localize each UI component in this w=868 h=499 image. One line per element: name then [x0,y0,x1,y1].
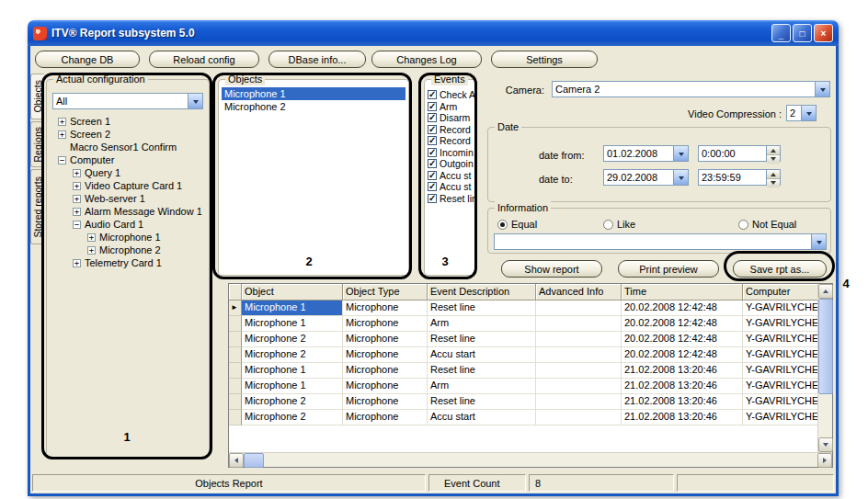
information-value-select[interactable] [494,233,827,250]
cell-event-description[interactable]: Reset line [428,332,536,347]
tree-expander-icon[interactable]: + [73,182,81,190]
tree-expander-icon[interactable]: + [73,208,81,216]
print-preview-button[interactable]: Print preview [618,260,719,278]
change-db-button[interactable]: Change DB [35,51,140,68]
checkbox-icon[interactable] [428,90,437,99]
column-header-advanced-info[interactable]: Advanced Info [536,284,622,301]
checkbox-icon[interactable] [428,182,437,191]
checkbox-icon[interactable] [428,159,437,168]
cell-object-type[interactable]: Microphone [343,347,428,363]
tree-item[interactable]: + Web-server 1 [54,192,203,205]
cell-computer[interactable]: Y-GAVRILYCHEV [743,301,818,316]
cell-computer[interactable]: Y-GAVRILYCHEV [743,394,818,410]
cell-event-description[interactable]: Reset line [428,301,536,316]
cell-event-description[interactable]: Arm [428,379,536,394]
cell-object[interactable]: Microphone 2 [242,332,343,347]
dropdown-icon[interactable] [673,146,688,161]
tree-expander-icon[interactable]: + [58,130,66,139]
cell-event-description[interactable]: Reset line [428,394,536,410]
cell-object-type[interactable]: Microphone [343,316,428,332]
cell-event-description[interactable]: Reset line [428,363,536,379]
cell-advanced-info[interactable] [536,410,622,425]
tree-item[interactable]: + Microphone 1 [54,231,203,244]
cell-time[interactable]: 20.02.2008 12:42:48 [622,332,743,347]
tree-item[interactable]: Macro Sensor1 Confirm [54,141,203,153]
match-option-equal[interactable]: Equal [497,219,537,230]
time-from-spinner[interactable]: 0:00:00 [698,145,781,162]
cell-object[interactable]: Microphone 1 [242,363,343,379]
tree-item[interactable]: + Screen 2 [54,128,203,141]
object-list-item[interactable]: Microphone 1 [222,87,405,100]
cell-time[interactable]: 21.02.2008 13:20:46 [622,379,743,394]
tree-item[interactable]: + Alarm Message Window 1 [54,205,203,218]
tree-expander-icon[interactable]: + [73,169,81,177]
event-filter-item[interactable]: Outgoin [428,158,474,170]
table-row[interactable]: Microphone 2 Microphone Reset line 20.02… [229,332,818,347]
column-header-object[interactable]: Object [242,284,343,301]
cell-time[interactable]: 20.02.2008 12:42:48 [622,347,743,363]
tree-expander-icon[interactable]: + [58,118,66,126]
checkbox-icon[interactable] [428,171,437,180]
scroll-right-icon[interactable] [817,453,832,468]
cell-advanced-info[interactable] [536,332,622,347]
event-filter-item[interactable]: Accu st [428,181,474,193]
dropdown-icon[interactable] [801,106,816,120]
tree-item[interactable]: + Microphone 2 [54,244,203,256]
dropdown-icon[interactable] [673,170,688,185]
event-filter-item[interactable]: Reset lin [428,193,474,205]
scroll-up-icon[interactable] [818,284,833,299]
dbase-info-button[interactable]: DBase info... [268,51,366,68]
checkbox-icon[interactable] [428,113,437,122]
table-row[interactable]: Microphone 2 Microphone Accu start 21.02… [229,410,818,425]
table-row[interactable]: Microphone 2 Microphone Reset line 21.02… [229,394,818,410]
side-tab-stored-reports[interactable]: Stored reports [30,169,44,244]
radio-icon[interactable] [497,220,508,230]
cell-computer[interactable]: Y-GAVRILYCHEV [743,379,818,394]
camera-select[interactable]: Camera 2 [552,81,830,97]
cell-object-type[interactable]: Microphone [343,394,428,410]
event-filter-item[interactable]: Arm [428,101,474,113]
tree-item[interactable]: + Query 1 [54,166,203,179]
date-from-select[interactable]: 01.02.2008 [603,145,689,162]
dropdown-icon[interactable] [815,82,829,96]
cell-object[interactable]: Microphone 1 [242,379,343,394]
cell-time[interactable]: 20.02.2008 12:42:48 [622,316,743,332]
match-option-like[interactable]: Like [603,219,635,230]
tree-expander-icon[interactable]: + [73,259,81,267]
cell-advanced-info[interactable] [536,316,622,332]
changes-log-button[interactable]: Changes Log [371,51,482,68]
tree-item[interactable]: + Video Capture Card 1 [54,179,203,192]
cell-object[interactable]: Microphone 2 [242,394,343,410]
scroll-left-icon[interactable] [229,453,244,468]
tree-item[interactable]: + Screen 1 [54,115,203,128]
configuration-filter-select[interactable]: All [52,93,203,109]
cell-computer[interactable]: Y-GAVRILYCHEV [743,410,818,425]
tree-expander-icon[interactable]: + [87,233,96,242]
cell-advanced-info[interactable] [536,394,622,410]
match-option-not-equal[interactable]: Not Equal [738,219,796,230]
dropdown-icon[interactable] [188,94,202,108]
cell-event-description[interactable]: Accu start [428,347,536,363]
radio-icon[interactable] [603,220,613,230]
event-filter-item[interactable]: Disarm [428,112,474,124]
tree-expander-icon[interactable]: − [58,156,66,164]
spin-down-icon[interactable] [767,179,780,187]
cell-object-type[interactable]: Microphone [343,379,428,394]
cell-object[interactable]: Microphone 2 [242,410,343,425]
object-list-item[interactable]: Microphone 2 [222,100,405,113]
tree-item[interactable]: − Audio Card 1 [54,218,203,231]
spin-down-icon[interactable] [767,155,780,164]
settings-button[interactable]: Settings [491,51,598,68]
table-row[interactable]: Microphone 1 Microphone Reset line 20.02… [229,301,818,316]
radio-icon[interactable] [738,220,748,230]
cell-advanced-info[interactable] [536,301,622,316]
dropdown-icon[interactable] [811,234,826,249]
cell-object-type[interactable]: Microphone [343,332,428,347]
checkbox-icon[interactable] [428,194,437,203]
checkbox-icon[interactable] [428,102,437,111]
checkbox-icon[interactable] [428,136,437,145]
cell-object-type[interactable]: Microphone [343,410,428,425]
cell-computer[interactable]: Y-GAVRILYCHEV [743,363,818,379]
titlebar[interactable]: ITV® Report subsystem 5.0 _ □ × [28,20,839,46]
horizontal-scrollbar[interactable] [229,452,832,467]
